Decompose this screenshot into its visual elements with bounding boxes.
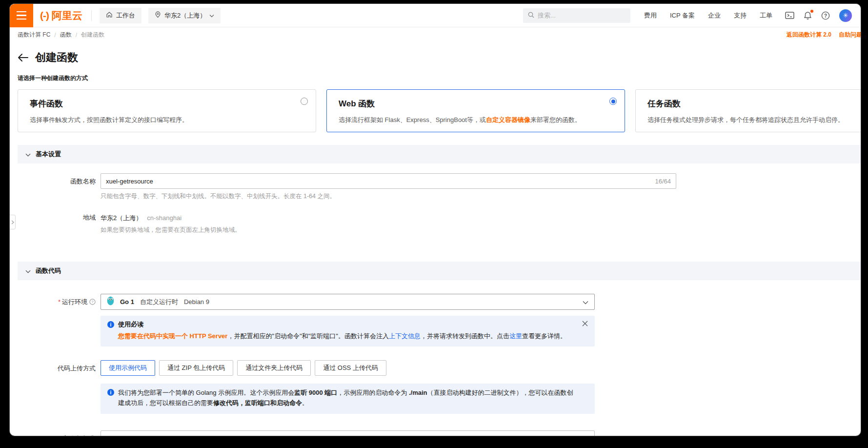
region-row: 地域 华东2（上海）cn-shanghai xyxy=(18,213,861,223)
browser-window: (-) 阿里云 工作台 华东2（上海） 费用 ICP 备案 企业 支持 工单 xyxy=(10,4,861,436)
function-name-label: 函数名称 xyxy=(18,173,101,186)
nav-support[interactable]: 支持 xyxy=(734,11,747,20)
function-name-help: 只能包含字母、数字、下划线和中划线。不能以数字、中划线开头。长度在 1-64 之… xyxy=(101,192,861,201)
upload-folder-button[interactable]: 通过文件夹上传代码 xyxy=(237,360,311,376)
startup-command-row: *启动命令? xyxy=(18,430,861,436)
nav-ticket[interactable]: 工单 xyxy=(760,11,772,20)
close-icon[interactable] xyxy=(582,321,588,328)
http-server-link[interactable]: 您需要在代码中实现一个 HTTP Server xyxy=(118,332,227,340)
function-name-row: 函数名称 16/64 xyxy=(18,173,861,189)
card-title: 事件函数 xyxy=(30,98,308,109)
svg-text:?: ? xyxy=(91,300,94,304)
hamburger-menu-button[interactable] xyxy=(10,4,33,27)
header-icons: ? xyxy=(785,9,852,22)
runtime-label: *运行环境? xyxy=(18,294,101,306)
region-selector[interactable]: 华东2（上海） xyxy=(148,8,221,23)
nav-icp[interactable]: ICP 备案 xyxy=(670,11,695,20)
alicloud-logo-text: 阿里云 xyxy=(52,9,82,22)
startup-command-input[interactable] xyxy=(106,434,589,436)
main-content: 创建函数 请选择一种创建函数的方式 事件函数 选择事件触发方式，按照函数计算定义… xyxy=(10,50,861,436)
chevron-down-icon xyxy=(25,150,31,159)
search-box xyxy=(523,8,630,23)
header-divider xyxy=(91,10,92,21)
required-asterisk: * xyxy=(58,435,61,436)
chevron-down-icon xyxy=(209,12,214,19)
svg-text:?: ? xyxy=(824,13,827,18)
notice-text: 您需要在代码中实现一个 HTTP Server，并配置相应的"启动命令"和"监听… xyxy=(118,331,588,341)
region-value: 华东2（上海）cn-shanghai xyxy=(101,213,182,223)
runtime-os: Debian 9 xyxy=(184,298,209,305)
page-title: 创建函数 xyxy=(35,50,78,65)
self-diagnosis-link[interactable]: 自助问题排查 xyxy=(839,31,861,39)
upload-oss-button[interactable]: 通过 OSS 上传代码 xyxy=(315,360,386,376)
page-subtitle: 请选择一种创建函数的方式 xyxy=(18,74,861,82)
card-web-function[interactable]: Web 函数 选择流行框架如 Flask、Express、SpringBoot等… xyxy=(326,89,625,132)
go-runtime-icon xyxy=(107,296,114,307)
header-nav: 费用 ICP 备案 企业 支持 工单 xyxy=(644,11,772,20)
required-asterisk: * xyxy=(58,298,61,305)
card-title: 任务函数 xyxy=(647,98,861,109)
chevron-down-icon xyxy=(583,298,588,306)
sample-app-text: 我们将为您部署一个简单的 Golang 示例应用。这个示例应用会监听 9000 … xyxy=(118,388,588,408)
breadcrumb-current: 创建函数 xyxy=(81,31,104,39)
startup-command-field xyxy=(101,430,595,436)
region-label: 华东2（上海） xyxy=(164,11,206,20)
info-icon: i xyxy=(107,321,114,328)
region-help: 如果您要切换地域，您需要在页面左上角切换地域。 xyxy=(101,226,861,234)
section-basic-settings[interactable]: 基本设置 xyxy=(18,145,861,163)
chevron-down-icon xyxy=(25,266,31,275)
card-desc: 选择事件触发方式，按照函数计算定义的接口编写程序。 xyxy=(30,116,308,124)
nav-enterprise[interactable]: 企业 xyxy=(708,11,721,20)
notice-title: 使用必读 xyxy=(118,320,143,329)
user-avatar[interactable] xyxy=(839,9,852,22)
section-title: 基本设置 xyxy=(36,150,61,159)
breadcrumb-separator: / xyxy=(76,32,77,39)
upload-method-label: 代码上传方式 xyxy=(18,360,101,373)
here-link[interactable]: 这里 xyxy=(509,332,522,340)
help-circle-icon[interactable]: ? xyxy=(821,11,830,20)
breadcrumb: 函数计算 FC / 函数 / 创建函数 返回函数计算 2.0 自助问题排查 xyxy=(10,27,861,42)
search-input[interactable] xyxy=(538,12,626,19)
section-function-code[interactable]: 函数代码 xyxy=(18,262,861,280)
runtime-name: Go 1 xyxy=(120,298,134,305)
sidebar-expand-handle[interactable] xyxy=(10,215,16,229)
runtime-select[interactable]: Go 1 自定义运行时 Debian 9 xyxy=(101,294,595,310)
region-code: cn-shanghai xyxy=(147,214,182,222)
function-type-cards: 事件函数 选择事件触发方式，按照函数计算定义的接口编写程序。 Web 函数 选择… xyxy=(18,89,861,132)
upload-zip-button[interactable]: 通过 ZIP 包上传代码 xyxy=(159,360,233,376)
workbench-label: 工作台 xyxy=(116,11,135,20)
notification-bell-icon[interactable] xyxy=(804,11,812,20)
section-title: 函数代码 xyxy=(36,266,61,275)
back-button[interactable] xyxy=(18,53,28,62)
sample-app-banner: i 我们将为您部署一个简单的 Golang 示例应用。这个示例应用会监听 900… xyxy=(101,384,595,414)
radio-web-function[interactable] xyxy=(609,98,617,105)
function-name-input[interactable] xyxy=(106,178,651,185)
upload-sample-code-button[interactable]: 使用示例代码 xyxy=(101,360,155,376)
card-title: Web 函数 xyxy=(339,98,617,109)
function-name-field: 16/64 xyxy=(101,173,676,189)
breadcrumb-functions[interactable]: 函数 xyxy=(60,31,72,39)
alicloud-logo[interactable]: (-) 阿里云 xyxy=(40,9,82,22)
chevron-right-icon xyxy=(11,220,14,224)
runtime-row: *运行环境? Go 1 自定义运行时 Debian 9 xyxy=(18,294,861,310)
card-task-function[interactable]: 任务函数 选择任务模式处理异步请求，每个任务都将追踪状态且允许手动启停。 xyxy=(635,89,861,132)
command-help-icon[interactable]: ? xyxy=(89,435,96,436)
upload-method-row: 代码上传方式 使用示例代码 通过 ZIP 包上传代码 通过文件夹上传代码 通过 … xyxy=(18,360,861,376)
location-pin-icon xyxy=(155,11,161,20)
workbench-button[interactable]: 工作台 xyxy=(100,8,141,23)
back-to-fc2-link[interactable]: 返回函数计算 2.0 xyxy=(787,31,831,39)
context-info-link[interactable]: 上下文信息 xyxy=(389,332,421,340)
search-icon xyxy=(528,11,534,20)
breadcrumb-separator: / xyxy=(54,32,56,39)
custom-container-link[interactable]: 自定义容器镜像 xyxy=(486,116,530,123)
notification-dot xyxy=(810,10,813,13)
nav-billing[interactable]: 费用 xyxy=(644,11,657,20)
radio-event-function[interactable] xyxy=(301,98,308,105)
alicloud-logo-mark: (-) xyxy=(40,10,49,21)
terminal-icon[interactable] xyxy=(785,12,794,19)
breadcrumb-fc[interactable]: 函数计算 FC xyxy=(18,31,50,39)
card-desc: 选择任务模式处理异步请求，每个任务都将追踪状态且允许手动启停。 xyxy=(647,116,861,124)
breadcrumb-links: 返回函数计算 2.0 自助问题排查 xyxy=(787,27,861,42)
card-event-function[interactable]: 事件函数 选择事件触发方式，按照函数计算定义的接口编写程序。 xyxy=(18,89,316,132)
runtime-help-icon[interactable]: ? xyxy=(89,299,96,305)
